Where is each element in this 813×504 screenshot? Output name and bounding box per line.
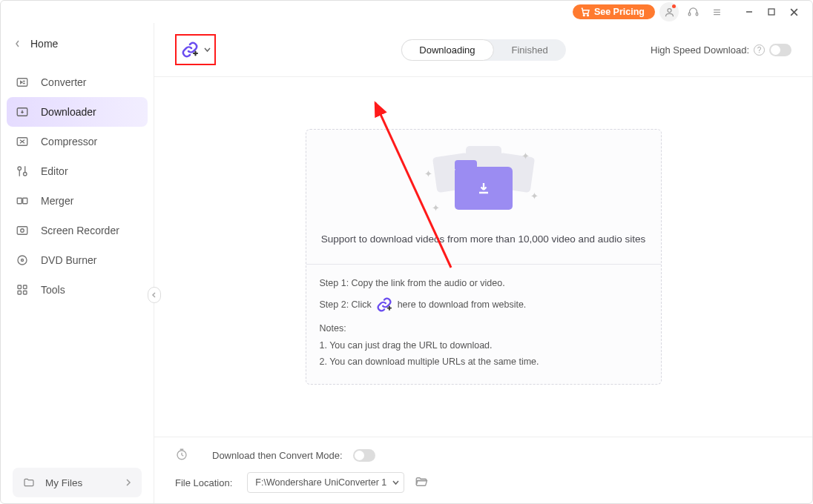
hsd-toggle[interactable] (769, 44, 791, 56)
tab-finished[interactable]: Finished (494, 39, 566, 61)
high-speed-download-control: High Speed Download: ? (651, 44, 791, 56)
folder-icon (23, 477, 35, 488)
window-minimize-button[interactable] (738, 1, 760, 22)
sidebar-item-label: DVD Burner (41, 254, 96, 266)
sidebar-item-label: Converter (41, 76, 86, 88)
download-guide-panel: ✦✦✦✦ Support to download videos from mor… (306, 129, 662, 385)
window-close-button[interactable] (783, 1, 805, 22)
chevron-left-icon (151, 292, 157, 298)
my-files-label: My Files (45, 477, 82, 488)
svg-rect-18 (23, 198, 27, 204)
tab-segment: Downloading Finished (401, 39, 565, 61)
svg-rect-3 (688, 13, 691, 16)
home-label: Home (30, 38, 58, 50)
panel-headline: Support to download videos from more tha… (320, 233, 648, 245)
note1-text: 1. You can just drag the URL to download… (320, 337, 648, 354)
tab-downloading[interactable]: Downloading (401, 39, 493, 61)
sidebar-item-label: Screen Recorder (41, 225, 119, 236)
svg-rect-26 (24, 291, 27, 295)
svg-rect-9 (768, 9, 774, 15)
file-location-dropdown[interactable]: F:\Wondershare UniConverter 1 (247, 472, 404, 493)
svg-point-0 (583, 15, 585, 16)
svg-rect-24 (24, 285, 27, 289)
see-pricing-label: See Pricing (594, 7, 645, 17)
menu-icon[interactable] (707, 2, 726, 21)
sidebar-item-merger[interactable]: Merger (7, 186, 148, 216)
svg-point-15 (18, 167, 22, 170)
sidebar-item-label: Compressor (41, 136, 97, 147)
sidebar-collapse-handle[interactable] (148, 287, 161, 303)
svg-rect-19 (17, 227, 27, 235)
sidebar-item-editor[interactable]: Editor (7, 156, 148, 186)
content-area: Downloading Finished High Speed Download… (154, 23, 812, 503)
link-plus-icon (181, 41, 199, 59)
see-pricing-button[interactable]: See Pricing (573, 4, 655, 19)
window-maximize-button[interactable] (760, 1, 783, 22)
tab-label: Downloading (419, 44, 475, 56)
sidebar-item-tools[interactable]: Tools (7, 275, 148, 305)
notes-label: Notes: (320, 320, 648, 337)
svg-rect-4 (696, 13, 698, 16)
downloader-icon (16, 105, 29, 119)
svg-point-16 (24, 173, 27, 176)
convert-mode-toggle[interactable] (353, 449, 375, 462)
compressor-icon (16, 135, 29, 148)
sidebar-item-screen-recorder[interactable]: Screen Recorder (7, 216, 148, 245)
sidebar-item-label: Tools (41, 284, 65, 296)
file-location-value: F:\Wondershare UniConverter 1 (255, 477, 386, 488)
editor-icon (16, 165, 29, 178)
sidebar-item-compressor[interactable]: Compressor (7, 127, 148, 156)
sidebar-item-converter[interactable]: Converter (7, 67, 148, 97)
file-location-label: File Location: (175, 477, 232, 488)
dvd-burner-icon (16, 253, 29, 267)
svg-point-22 (22, 259, 24, 262)
sidebar-item-downloader[interactable]: Downloader (7, 97, 148, 127)
converter-icon (16, 76, 29, 89)
merger-icon (16, 194, 29, 208)
toolbar: Downloading Finished High Speed Download… (154, 23, 812, 77)
tab-label: Finished (512, 44, 548, 56)
chevron-down-icon (392, 480, 399, 485)
scheduler-icon[interactable] (175, 448, 188, 463)
svg-rect-23 (18, 285, 22, 289)
convert-mode-label: Download then Convert Mode: (212, 450, 343, 461)
step2-text-a: Step 2: Click (320, 299, 372, 310)
svg-point-1 (587, 15, 589, 16)
svg-point-21 (18, 256, 27, 265)
screen-recorder-icon (16, 224, 29, 237)
sidebar-item-label: Merger (41, 195, 73, 207)
tools-icon (16, 283, 29, 296)
cart-icon (580, 7, 590, 17)
chevron-left-icon (14, 40, 22, 47)
hsd-label: High Speed Download: (651, 44, 749, 56)
home-nav[interactable]: Home (7, 30, 148, 63)
paste-link-highlight (175, 34, 216, 65)
open-folder-button[interactable] (415, 475, 428, 491)
support-icon[interactable] (683, 2, 702, 21)
sidebar-item-label: Editor (41, 165, 68, 177)
step2-text-b: here to download from website. (398, 299, 527, 310)
svg-rect-17 (17, 198, 22, 204)
sidebar-item-label: Downloader (41, 106, 96, 118)
folder-illustration: ✦✦✦✦ (432, 146, 536, 220)
bottom-bar: Download then Convert Mode: File Locatio… (154, 437, 812, 503)
step1-text: Step 1: Copy the link from the audio or … (320, 275, 648, 292)
step2-row: Step 2: Click here to download from webs… (320, 296, 648, 314)
svg-point-2 (668, 8, 671, 12)
paste-link-dropdown[interactable] (204, 45, 211, 54)
paste-link-button[interactable] (180, 40, 200, 59)
svg-rect-25 (18, 291, 22, 295)
chevron-right-icon (125, 479, 131, 486)
sidebar: Home Converter Downloader Compressor Ed (1, 23, 154, 503)
titlebar: See Pricing (1, 1, 812, 23)
sidebar-item-dvd-burner[interactable]: DVD Burner (7, 245, 148, 275)
svg-point-20 (21, 229, 24, 233)
my-files-button[interactable]: My Files (13, 468, 142, 497)
note2-text: 2. You can download multiple URLs at the… (320, 354, 648, 371)
notification-dot (672, 4, 676, 8)
account-icon[interactable] (659, 2, 679, 21)
chevron-down-icon (204, 47, 211, 53)
link-plus-icon (376, 296, 392, 313)
info-icon[interactable]: ? (754, 44, 765, 56)
